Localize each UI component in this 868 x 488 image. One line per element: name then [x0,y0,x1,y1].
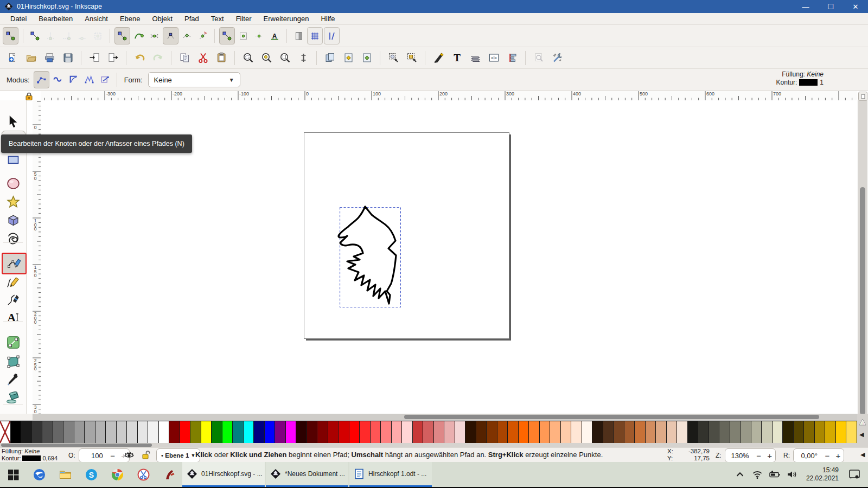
group-objects-button[interactable] [385,49,401,67]
swatch-#b3b39f[interactable] [751,421,762,444]
swatch-#ff9955[interactable] [540,421,551,444]
swatch-#28170b[interactable] [592,421,603,444]
opacity-spinner[interactable]: 100 − + [79,448,130,463]
swatch-#000080[interactable] [254,421,265,444]
snap-enable-button[interactable] [3,27,18,44]
snap-page-border-button[interactable] [291,28,306,44]
menu-ansicht[interactable]: Ansicht [79,14,114,24]
swatch-#ffb380[interactable] [550,421,561,444]
taskbar-app-windows-start[interactable] [6,467,20,481]
swatch-#d35f5f[interactable] [423,421,434,444]
swatch-#803300[interactable] [487,421,497,444]
calligraphy-tool[interactable] [2,290,24,309]
import-button[interactable] [86,49,103,67]
dock-collapse-icon[interactable]: ◀ [860,451,865,458]
zoom-decrease-button[interactable]: − [754,451,764,460]
swatch-#666666[interactable] [53,421,64,444]
menu-objekt[interactable]: Objekt [146,14,178,24]
snap-nodes-button[interactable] [114,27,130,44]
swatch-#800000[interactable] [317,421,328,444]
swatch-#552200[interactable] [476,421,487,444]
taskbar-app-file-explorer[interactable] [58,467,72,481]
swatch-#f4e3d7[interactable] [677,421,688,444]
snap-text-baseline-button[interactable]: A [267,28,282,44]
taskbar-app-red-app[interactable] [162,467,176,481]
swatch-#c0c0c0[interactable] [106,421,117,444]
swatch-#fff6ee[interactable] [582,421,593,444]
opacity-value[interactable]: 100 [79,452,107,460]
swatch-#333333[interactable] [32,421,43,444]
notification-center-icon[interactable] [847,467,861,481]
selector-tool[interactable] [2,112,24,131]
stroke-color-swatch[interactable] [799,79,818,86]
swatch-#cccccc[interactable] [117,421,127,444]
unlink-clone-button[interactable] [359,49,375,67]
taskbar-app-chrome[interactable] [110,467,124,481]
swatch-#aa4400[interactable] [497,421,508,444]
swatch-#ffccaa[interactable] [561,421,572,444]
layer-lock-icon[interactable] [141,450,151,460]
gradient-tool[interactable] [2,351,24,371]
maximize-button[interactable]: ☐ [818,0,843,13]
swatch-#2b1100[interactable] [465,421,476,444]
open-folder-button[interactable] [23,49,39,67]
xml-editor-button[interactable]: <> [486,49,502,67]
snap-bbox-button[interactable] [28,28,42,44]
menu-pfad[interactable]: Pfad [178,14,205,24]
document-page[interactable] [304,132,509,339]
opacity-decrease-button[interactable]: − [107,451,118,460]
swatch-#ff6600[interactable] [519,421,529,444]
box3d-tool[interactable] [2,210,24,230]
snap-cusp-node-button[interactable] [163,27,178,44]
connector-tool[interactable] [2,332,24,352]
swatch-#4d4d4d[interactable] [42,421,53,444]
swatch-#a6a6a6[interactable] [85,421,95,444]
menu-erweiterungen[interactable]: Erweiterungen [258,14,315,24]
palette-scrollbar[interactable] [0,443,868,447]
swatch-#b3b3b3[interactable] [95,421,106,444]
swatch-#f4d7d7[interactable] [455,421,466,444]
swatch-#a05a2c[interactable] [624,421,635,444]
swatch-#1a1a1a[interactable] [21,421,32,444]
snap-smooth-node-button[interactable] [180,28,194,44]
swatch-#ff5555[interactable] [371,421,381,444]
swatch-#808000[interactable] [190,421,201,444]
swatch-#d45500[interactable] [508,421,519,444]
palette-scrollbar-thumb[interactable] [1,444,152,447]
export-button[interactable] [105,49,121,67]
swatch-#de8787[interactable] [434,421,445,444]
taskbar-app-snipping-tool[interactable] [136,467,150,481]
ruler-corner-button[interactable] [858,92,867,101]
layer-visibility-eye-icon[interactable] [124,450,135,460]
new-document-button[interactable] [4,49,21,67]
paint-bucket-tool[interactable] [2,387,24,406]
cut-button[interactable] [195,49,211,67]
swatch-#f2f2f2[interactable] [148,421,159,444]
swatch-#4d4d44[interactable] [709,421,720,444]
zoom-page-width-button[interactable] [295,49,311,67]
mode-zigzag-button[interactable] [82,71,97,87]
swatch-#800080[interactable] [275,421,286,444]
ellipse-tool[interactable] [2,174,24,193]
spiral-tool[interactable] [2,229,24,248]
rotation-increase-button[interactable]: + [833,451,844,460]
wifi-icon[interactable] [751,468,763,480]
horizontal-ruler[interactable]: -300-200-1000100200300400500600700 [41,91,857,101]
swatch-#ff00ff[interactable] [286,421,297,444]
swatch-#c87137[interactable] [635,421,646,444]
snap-path-intersection-button[interactable] [147,28,162,44]
swatch-#2b0000[interactable] [296,421,307,444]
rotation-value[interactable]: 0,00° [794,452,822,460]
zoom-selection-button[interactable] [240,49,256,67]
swatch-none[interactable] [0,421,11,444]
snap-guide-button[interactable] [324,27,340,44]
dropper-tool[interactable] [2,369,24,388]
menu-datei[interactable]: Datei [4,14,33,24]
vertical-scrollbar-thumb[interactable] [860,187,865,415]
style-indicator-top[interactable]: Füllung: Keine Kontur:1 [776,70,824,87]
swatch-#ffffff[interactable] [159,421,170,444]
menu-hilfe[interactable]: Hilfe [315,14,341,24]
swatch-#aa8800[interactable] [815,421,826,444]
swatch-#0000ff[interactable] [265,421,276,444]
swatch-#000000[interactable] [11,421,22,444]
